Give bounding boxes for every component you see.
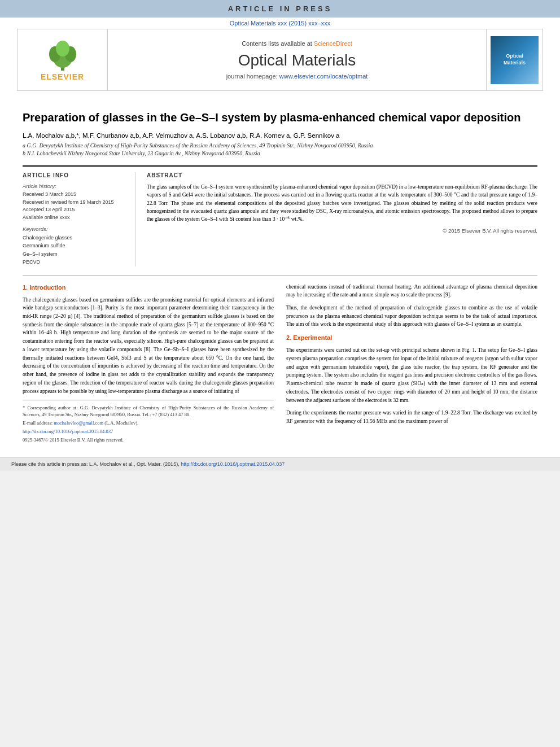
intro-para2: Thus, the development of the method of p…	[286, 304, 537, 329]
article-title: Preparation of glasses in the Ge–S–I sys…	[23, 110, 537, 125]
experimental-heading: 2. Experimental	[286, 333, 537, 343]
aip-banner: ARTICLE IN PRESS	[0, 0, 560, 18]
sciencedirect-link[interactable]: ScienceDirect	[314, 40, 352, 47]
opt-mat-logo-text: OpticalMaterials	[504, 53, 526, 66]
article-info-heading: ARTICLE INFO	[23, 172, 127, 178]
opt-mat-logo: OpticalMaterials	[491, 36, 539, 84]
body-columns: 1. Introduction The chalcogenide glasses…	[23, 276, 537, 445]
keyword-3: Ge–S–I system	[23, 250, 127, 258]
elsevier-brand-text: ELSEVIER	[41, 72, 84, 81]
doi-footnote: http://dx.doi.org/10.1016/j.optmat.2015.…	[23, 429, 274, 435]
history-label: Article history:	[23, 183, 127, 189]
citation-bar: Please cite this article in press as: L.…	[0, 457, 560, 471]
doi-link[interactable]: http://dx.doi.org/10.1016/j.optmat.2015.…	[23, 429, 113, 434]
authors-line: L.A. Mochalov a,b,*, M.F. Churbanov a,b,…	[23, 132, 537, 139]
experimental-para1: The experiments were carried out on the …	[286, 346, 537, 404]
available-online: Available online xxxx	[23, 214, 127, 222]
citation-text: Please cite this article in press as: L.…	[11, 461, 180, 467]
aip-text: ARTICLE IN PRESS	[228, 5, 333, 13]
received-date: Received 3 March 2015	[23, 191, 127, 199]
footnote-area: * Corresponding author at: G.G. Devyatyk…	[23, 400, 274, 443]
experimental-para2: During the experiments the reactor press…	[286, 409, 537, 425]
journal-homepage: journal homepage: www.elsevier.com/locat…	[226, 73, 368, 80]
abstract-heading: ABSTRACT	[147, 172, 537, 178]
keyword-4: PECVD	[23, 258, 127, 266]
affiliation-a: a G.G. Devyatykh Institute of Chemistry …	[23, 142, 537, 150]
svg-point-4	[56, 41, 69, 56]
accepted-date: Accepted 13 April 2015	[23, 206, 127, 214]
journal-header: ELSEVIER Contents lists available at Sci…	[17, 29, 543, 91]
issn-line: 0925-3467/© 2015 Elsevier B.V. All right…	[23, 437, 274, 444]
keyword-1: Chalcogenide glasses	[23, 234, 127, 242]
footnote-corresponding: * Corresponding author at: G.G. Devyatyk…	[23, 405, 274, 418]
journal-url-line: Optical Materials xxx (2015) xxx–xxx	[0, 18, 560, 29]
contents-line: Contents lists available at ScienceDirec…	[242, 40, 352, 47]
intro-para1: The chalcogenide glasses based on german…	[23, 296, 274, 396]
copyright-line: © 2015 Elsevier B.V. All rights reserved…	[147, 228, 537, 234]
elsevier-logo-area: ELSEVIER	[18, 29, 108, 90]
abstract-text: The glass samples of the Ge–S–I system w…	[147, 183, 537, 223]
info-abstract-section: ARTICLE INFO Article history: Received 3…	[23, 165, 537, 267]
footnote-email: E-mail address: mochalovleo@gmail.com (L…	[23, 420, 274, 427]
journal-title: Optical Materials	[238, 51, 356, 69]
introduction-heading: 1. Introduction	[23, 283, 274, 292]
citation-doi-link[interactable]: http://dx.doi.org/10.1016/j.optmat.2015.…	[181, 461, 285, 467]
article-info-panel: ARTICLE INFO Article history: Received 3…	[23, 172, 135, 267]
received-revised-date: Received in revised form 19 March 2015	[23, 199, 127, 207]
keywords-label: Keywords:	[23, 226, 127, 232]
email-link[interactable]: mochalovleo@gmail.com	[54, 420, 103, 426]
elsevier-tree-icon	[40, 38, 85, 72]
body-col-right: chemical reactions instead of traditiona…	[286, 283, 537, 445]
intro-continued: chemical reactions instead of traditiona…	[286, 283, 537, 299]
affiliation-b: b N.I. Lobachevskii Nizhny Novgorod Stat…	[23, 150, 537, 158]
main-content: Preparation of glasses in the Ge–S–I sys…	[0, 91, 560, 457]
journal-info-area: Contents lists available at ScienceDirec…	[108, 29, 486, 90]
page-wrapper: ARTICLE IN PRESS Optical Materials xxx (…	[0, 0, 560, 471]
optical-materials-logo-area: OpticalMaterials	[486, 29, 542, 90]
affiliations: a G.G. Devyatykh Institute of Chemistry …	[23, 142, 537, 158]
body-col-left: 1. Introduction The chalcogenide glasses…	[23, 283, 274, 445]
abstract-panel: ABSTRACT The glass samples of the Ge–S–I…	[147, 172, 537, 267]
keyword-2: Germanium sulfide	[23, 242, 127, 250]
